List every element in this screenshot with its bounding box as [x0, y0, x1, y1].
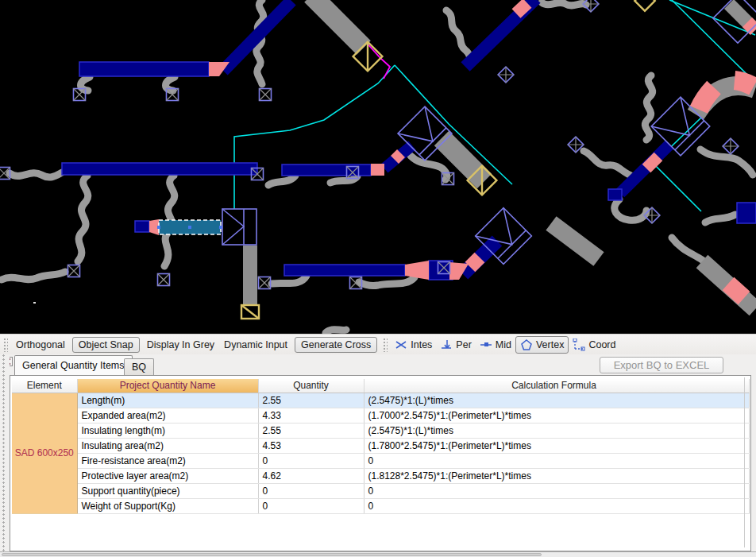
- cad-drawing-area[interactable]: [0, 0, 756, 334]
- formula-cell[interactable]: (2.5475)*1:(L)*times: [364, 393, 744, 408]
- quantity-name-cell[interactable]: Expanded area(m2): [77, 408, 258, 423]
- quantity-name-cell[interactable]: Length(m): [77, 393, 258, 408]
- table-row[interactable]: Weight of Support(Kg) 0 0: [12, 498, 749, 513]
- quantity-value-cell[interactable]: 0: [258, 453, 364, 468]
- table-row[interactable]: Support quantity(piece) 0 0: [12, 483, 749, 498]
- tab-bq[interactable]: BQ: [124, 358, 154, 375]
- table-row[interactable]: Expanded area(m2) 4.33 (1.7000*2.5475)*1…: [12, 408, 749, 423]
- quantity-value-cell[interactable]: 2.55: [258, 423, 364, 438]
- formula-cell[interactable]: (1.8128*2.5475)*1:(Perimeter*L)*times: [364, 468, 744, 483]
- toolbar-group-grip[interactable]: [383, 338, 388, 352]
- quantity-table: Element Project Quantity Name Quantity C…: [12, 379, 750, 514]
- quantity-value-cell[interactable]: 2.55: [258, 393, 364, 408]
- vertex-icon: [520, 338, 533, 351]
- formula-cell[interactable]: 0: [364, 453, 744, 468]
- midpoint-icon: [480, 338, 492, 351]
- snap-midpoint[interactable]: Mid: [476, 337, 515, 353]
- header-calculation-formula[interactable]: Calculation Formula: [364, 379, 744, 393]
- table-row[interactable]: Fire-resistance area(m2) 0 0: [12, 453, 749, 468]
- perpendicular-icon: [440, 338, 453, 351]
- snap-midpoint-label: Mid: [496, 339, 511, 350]
- snap-coordinate-label: Coord: [588, 339, 615, 350]
- tab-general-quantity-items[interactable]: General Quantity Items: [14, 355, 133, 375]
- formula-cell[interactable]: (2.5475)*1:(L)*times: [364, 423, 744, 438]
- quantity-value-cell[interactable]: 4.53: [258, 438, 364, 453]
- toggle-dynamic-input[interactable]: Dynamic Input: [219, 337, 292, 353]
- header-element[interactable]: Element: [12, 379, 77, 393]
- table-row[interactable]: Insulating length(m) 2.55 (2.5475)*1:(L)…: [12, 423, 749, 438]
- horizontal-scrollbar[interactable]: [0, 551, 756, 557]
- toggle-object-snap[interactable]: Object Snap: [72, 337, 140, 353]
- toolbar-drag-grip[interactable]: [3, 338, 8, 352]
- header-quantity[interactable]: Quantity: [258, 379, 364, 393]
- snap-vertex-label: Vertex: [536, 339, 564, 350]
- table-header-row: Element Project Quantity Name Quantity C…: [12, 379, 749, 393]
- quantity-name-cell[interactable]: Fire-resistance area(m2): [77, 453, 258, 468]
- quantity-value-cell[interactable]: 4.33: [258, 408, 364, 423]
- quantity-name-cell[interactable]: Insulating length(m): [77, 423, 258, 438]
- quantity-value-cell[interactable]: 4.62: [258, 468, 364, 483]
- header-project-quantity-name[interactable]: Project Quantity Name: [77, 379, 258, 393]
- formula-cell[interactable]: 0: [364, 483, 744, 498]
- quantity-name-cell[interactable]: Insulating area(m2): [77, 438, 258, 453]
- formula-cell[interactable]: 0: [364, 498, 744, 513]
- export-bq-button[interactable]: Export BQ to EXCEL: [600, 357, 723, 373]
- toggle-orthogonal[interactable]: Orthogonal: [11, 337, 70, 353]
- element-cell[interactable]: SAD 600x250: [12, 393, 77, 513]
- snap-intersection-label: Intes: [411, 339, 432, 350]
- quantity-value-cell[interactable]: 0: [258, 483, 364, 498]
- horizontal-scrollbar-thumb[interactable]: [2, 553, 542, 556]
- cad-canvas[interactable]: [0, 0, 756, 334]
- quantity-value-cell[interactable]: 0: [258, 498, 364, 513]
- panel-tab-bar: General Quantity Items BQ Export BQ to E…: [0, 354, 756, 375]
- snap-coordinate[interactable]: Coord: [569, 337, 619, 353]
- quantity-name-cell[interactable]: Support quantity(piece): [77, 483, 258, 498]
- snap-intersection[interactable]: Intes: [391, 337, 436, 353]
- table-row[interactable]: Insulating area(m2) 4.53 (1.7800*2.5475)…: [12, 438, 749, 453]
- intersection-icon: [395, 338, 407, 351]
- selected-duct[interactable]: [157, 220, 222, 234]
- vertical-scrollbar[interactable]: [744, 377, 745, 547]
- stray-dot: [33, 302, 36, 304]
- snap-perpendicular-label: Per: [456, 339, 471, 350]
- formula-cell[interactable]: (1.7800*2.5475)*1:(Perimeter*L)*times: [364, 438, 744, 453]
- coordinate-icon: [573, 338, 585, 351]
- toggle-generate-cross[interactable]: Generate Cross: [295, 337, 377, 353]
- quantity-panel: Element Project Quantity Name Quantity C…: [10, 375, 751, 551]
- snap-vertex[interactable]: Vertex: [515, 336, 569, 354]
- grey-ducts: [243, 0, 755, 309]
- quantity-name-cell[interactable]: Protective layer area(m2): [77, 468, 258, 483]
- table-row[interactable]: SAD 600x250 Length(m) 2.55 (2.5475)*1:(L…: [12, 393, 749, 408]
- table-row[interactable]: Protective layer area(m2) 4.62 (1.8128*2…: [12, 468, 749, 483]
- snap-toolbar: Orthogonal Object Snap Display In Grey D…: [0, 334, 756, 354]
- toggle-display-in-grey[interactable]: Display In Grey: [142, 337, 219, 353]
- panel-left-grip[interactable]: [0, 354, 10, 551]
- quantity-name-cell[interactable]: Weight of Support(Kg): [77, 498, 258, 513]
- snap-perpendicular[interactable]: Per: [436, 337, 475, 353]
- formula-cell[interactable]: (1.7000*2.5475)*1:(Perimeter*L)*times: [364, 408, 744, 423]
